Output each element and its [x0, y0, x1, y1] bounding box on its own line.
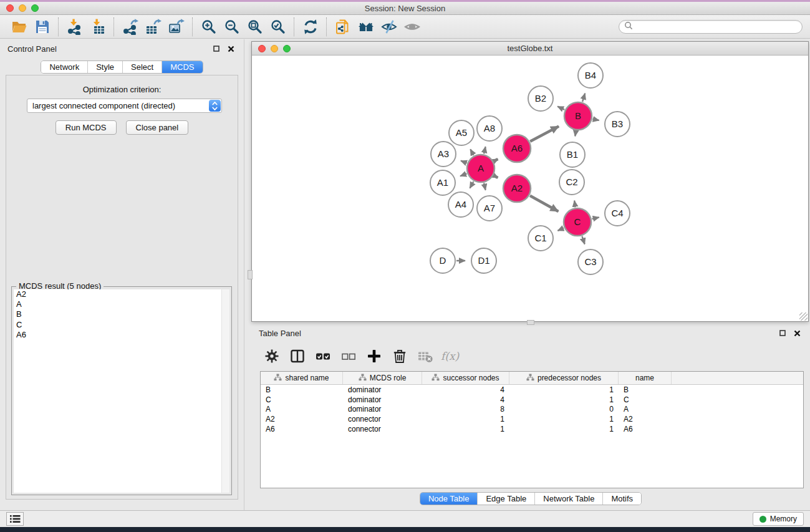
- export-table-button[interactable]: [142, 17, 165, 37]
- close-panel-icon[interactable]: [226, 44, 236, 54]
- mcds-result-item[interactable]: B: [14, 309, 229, 319]
- mcds-result-item[interactable]: A2: [14, 289, 229, 299]
- memory-button[interactable]: Memory: [753, 512, 804, 526]
- graph-node-B[interactable]: B: [564, 102, 592, 130]
- network-window-titlebar[interactable]: testGlobe.txt: [252, 42, 808, 56]
- duplicate-network-button[interactable]: [331, 17, 354, 37]
- graph-node-C2[interactable]: C2: [559, 170, 584, 195]
- float-panel-icon[interactable]: [211, 44, 221, 54]
- table-mode-gear-button[interactable]: [261, 347, 282, 365]
- table-row[interactable]: A2connector11A2: [261, 414, 803, 424]
- graph-node-B1[interactable]: B1: [560, 142, 585, 167]
- graph-node-C[interactable]: C: [564, 208, 591, 236]
- app-titlebar[interactable]: Session: New Session: [0, 2, 810, 15]
- graph-node-B2[interactable]: B2: [528, 86, 553, 111]
- export-network-button[interactable]: [118, 17, 142, 37]
- graph-edge-A2-C[interactable]: [530, 196, 558, 211]
- zoom-fit-button[interactable]: [243, 17, 266, 37]
- fullscreen-window-button[interactable]: [283, 45, 291, 52]
- mcds-result-item[interactable]: A6: [14, 330, 229, 340]
- graph-edge-C-C3[interactable]: [582, 236, 584, 244]
- close-window-button[interactable]: [258, 45, 266, 52]
- select-all-columns-button[interactable]: [312, 347, 334, 365]
- graph-node-D1[interactable]: D1: [471, 248, 496, 273]
- canvas-bottom-handle[interactable]: [527, 320, 534, 325]
- tab-edge-table[interactable]: Edge Table: [477, 493, 534, 505]
- graph-node-C3[interactable]: C3: [578, 249, 603, 274]
- mcds-result-item[interactable]: A: [14, 299, 229, 309]
- minimize-window-button[interactable]: [19, 4, 26, 12]
- graph-edge-A-A5[interactable]: [470, 149, 473, 155]
- graph-node-C1[interactable]: C1: [528, 226, 553, 251]
- column-header-predecessor-nodes[interactable]: predecessor nodes: [509, 372, 619, 384]
- result-list-scrollbar[interactable]: [221, 289, 229, 493]
- task-history-button[interactable]: [6, 512, 24, 526]
- search-field[interactable]: [619, 20, 803, 34]
- search-input[interactable]: [635, 22, 797, 31]
- graph-edge-B-B2[interactable]: [557, 107, 564, 110]
- graph-edge-A-A2[interactable]: [494, 176, 498, 178]
- unselect-all-columns-button[interactable]: [338, 347, 359, 365]
- table-row[interactable]: A6connector11A6: [261, 424, 803, 434]
- save-session-button[interactable]: [31, 17, 54, 37]
- network-canvas[interactable]: B4B2BB3A8A5A6B1A3AA1C2A2A4A7C4CC1C3DD1: [252, 56, 808, 321]
- tab-select[interactable]: Select: [122, 61, 162, 73]
- graph-node-A5[interactable]: A5: [449, 120, 474, 145]
- import-table-button[interactable]: [86, 17, 109, 37]
- graph-node-A3[interactable]: A3: [431, 142, 456, 167]
- graph-edge-B-B1[interactable]: [575, 131, 576, 137]
- minimize-window-button[interactable]: [271, 45, 278, 52]
- create-column-button[interactable]: [364, 347, 385, 365]
- show-all-button[interactable]: [400, 17, 423, 37]
- column-header-successor-nodes[interactable]: successor nodes: [422, 372, 509, 384]
- tab-style[interactable]: Style: [87, 61, 122, 73]
- graph-node-B4[interactable]: B4: [578, 63, 603, 88]
- column-header-mcds-role[interactable]: MCDS role: [343, 372, 422, 384]
- refresh-layout-button[interactable]: [299, 17, 322, 37]
- fullscreen-window-button[interactable]: [31, 4, 39, 12]
- graph-edge-A-A3[interactable]: [461, 161, 467, 163]
- panel-splitter[interactable]: [244, 39, 244, 510]
- tab-network-table[interactable]: Network Table: [534, 493, 602, 505]
- hide-selected-button[interactable]: [377, 17, 400, 37]
- graph-edge-A-A1[interactable]: [460, 173, 466, 176]
- open-session-button[interactable]: [7, 17, 31, 37]
- table-row[interactable]: Adominator80A: [261, 405, 803, 415]
- float-panel-icon[interactable]: [777, 328, 788, 338]
- tab-network[interactable]: Network: [41, 61, 87, 73]
- tab-motifs[interactable]: Motifs: [602, 493, 641, 505]
- import-network-button[interactable]: [63, 17, 86, 37]
- graph-node-A8[interactable]: A8: [477, 116, 502, 141]
- show-column-button[interactable]: [287, 347, 308, 365]
- canvas-left-handle[interactable]: [248, 270, 253, 279]
- graph-node-C4[interactable]: C4: [605, 201, 630, 226]
- graph-node-A7[interactable]: A7: [477, 196, 502, 221]
- graph-edge-B-B4[interactable]: [582, 94, 585, 102]
- zoom-selected-button[interactable]: [266, 17, 289, 37]
- graph-node-A4[interactable]: A4: [448, 192, 473, 217]
- graph-edge-A-A4[interactable]: [470, 181, 473, 188]
- tab-mcds[interactable]: MCDS: [162, 61, 202, 73]
- graph-edge-C-C2[interactable]: [574, 201, 575, 208]
- column-header-name[interactable]: name: [619, 372, 672, 384]
- run-mcds-button[interactable]: Run MCDS: [55, 120, 117, 135]
- close-panel-icon[interactable]: [792, 328, 803, 338]
- delete-columns-button[interactable]: [389, 347, 410, 365]
- tab-node-table[interactable]: Node Table: [420, 493, 478, 505]
- graph-edge-A-A8[interactable]: [484, 147, 485, 153]
- graph-node-D[interactable]: D: [430, 248, 455, 273]
- table-row[interactable]: Bdominator41B: [261, 385, 803, 395]
- zoom-out-button[interactable]: [220, 17, 243, 37]
- graph-edge-A-A7[interactable]: [484, 183, 485, 190]
- close-panel-button[interactable]: Close panel: [126, 120, 189, 135]
- graph-node-A2[interactable]: A2: [503, 175, 531, 202]
- graph-edge-A-A6[interactable]: [494, 159, 498, 161]
- graph-node-A1[interactable]: A1: [430, 170, 455, 195]
- close-window-button[interactable]: [6, 4, 14, 12]
- graph-edge-A6-B[interactable]: [530, 126, 559, 141]
- criterion-select[interactable]: largest connected component (directed): [27, 99, 222, 113]
- graph-node-A6[interactable]: A6: [503, 135, 531, 162]
- graph-edge-C-C1[interactable]: [557, 228, 564, 231]
- graph-edge-C-C4[interactable]: [592, 217, 599, 218]
- first-neighbors-button[interactable]: [354, 17, 377, 37]
